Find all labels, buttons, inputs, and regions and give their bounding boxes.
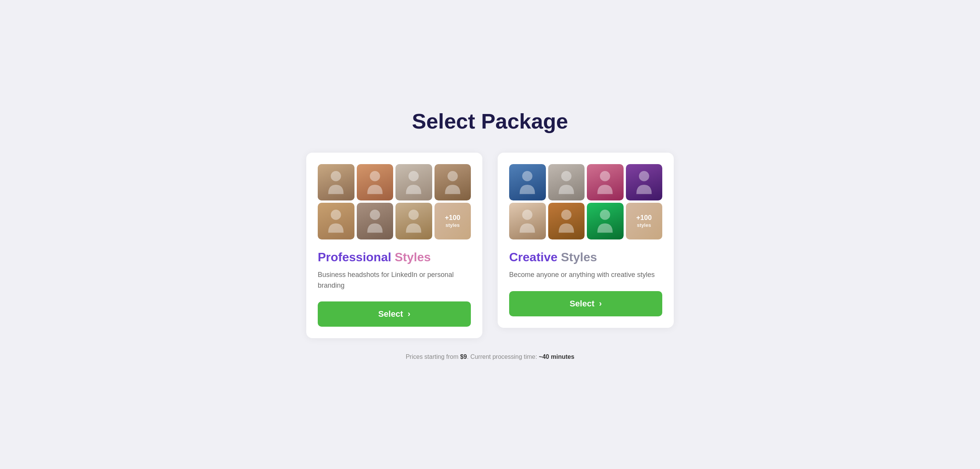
svg-point-0: [331, 171, 341, 181]
cre-image-5: [509, 203, 546, 239]
svg-point-10: [639, 171, 649, 181]
cards-container: +100 styles Professional Styles Business…: [260, 153, 720, 339]
svg-point-9: [600, 171, 610, 181]
cre-image-2: [548, 164, 585, 201]
creative-card: +100 styles Creative Styles Become anyon…: [498, 153, 674, 328]
pro-image-1: [318, 164, 354, 201]
creative-title: Creative Styles: [509, 250, 662, 264]
cre-image-6: [548, 203, 585, 239]
svg-point-4: [331, 210, 341, 220]
cre-image-7: [587, 203, 624, 239]
cre-image-3: [587, 164, 624, 201]
chevron-right-icon: ›: [599, 299, 602, 309]
chevron-right-icon: ›: [408, 309, 410, 319]
creative-image-grid: +100 styles: [509, 164, 662, 239]
svg-point-11: [522, 210, 532, 220]
pro-image-4: [434, 164, 471, 201]
footer-note: Prices starting from $9. Current process…: [406, 353, 575, 360]
professional-title: Professional Styles: [318, 250, 471, 264]
pro-image-2: [357, 164, 394, 201]
svg-point-3: [448, 171, 458, 181]
svg-point-5: [370, 210, 380, 220]
professional-card: +100 styles Professional Styles Business…: [306, 153, 482, 339]
page-title: Select Package: [412, 109, 568, 134]
pro-image-3: [395, 164, 432, 201]
professional-select-button[interactable]: Select ›: [318, 301, 471, 327]
creative-title-word1: Creative: [509, 250, 557, 264]
cre-image-1: [509, 164, 546, 201]
cre-image-4: [626, 164, 663, 201]
svg-point-8: [561, 171, 572, 181]
pro-image-6: [357, 203, 394, 239]
svg-point-13: [600, 210, 610, 220]
svg-point-1: [370, 171, 380, 181]
creative-select-button[interactable]: Select ›: [509, 291, 662, 316]
pro-image-5: [318, 203, 354, 239]
svg-point-6: [408, 210, 419, 220]
svg-point-12: [561, 210, 572, 220]
pro-plus-badge: +100 styles: [434, 203, 471, 239]
creative-description: Become anyone or anything with creative …: [509, 270, 662, 280]
svg-point-7: [522, 171, 532, 181]
svg-point-2: [408, 171, 419, 181]
pro-image-7: [395, 203, 432, 239]
professional-title-word1: Professional: [318, 250, 391, 264]
professional-title-word2: Styles: [395, 250, 431, 264]
professional-description: Business headshots for LinkedIn or perso…: [318, 270, 471, 291]
cre-plus-badge: +100 styles: [626, 203, 663, 239]
professional-image-grid: +100 styles: [318, 164, 471, 239]
creative-title-word2: Styles: [561, 250, 597, 264]
